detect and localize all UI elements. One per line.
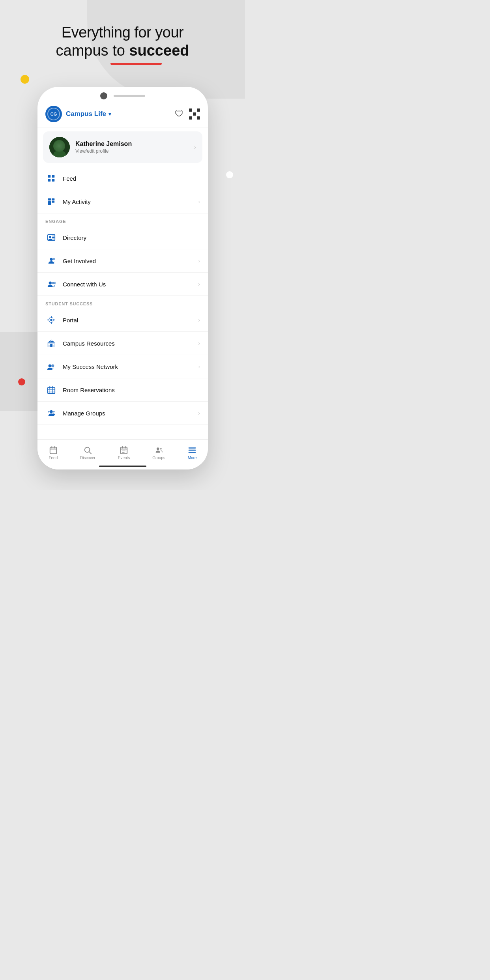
svg-point-20 [53,258,55,260]
profile-info: Katherine Jemison View/edit profile [75,140,194,154]
events-icon [120,446,128,454]
involved-label: Get Involved [63,258,198,264]
menu-content: Feed My Activity › ENGAGE [37,167,208,467]
menu-item-success-network[interactable]: My Success Network › [37,355,208,378]
menu-item-directory[interactable]: Directory [37,226,208,249]
nav-item-groups[interactable]: Groups [152,446,165,460]
profile-subtitle: View/edit profile [75,148,194,154]
nav-item-feed[interactable]: Feed [49,446,58,460]
shield-icon[interactable]: 🛡 [175,109,183,119]
resources-chevron-icon: › [198,340,200,346]
hero-section: Everything for your campus to succeed [0,24,245,65]
feed-icon [45,172,57,184]
svg-rect-32 [48,388,55,394]
hero-line1: Everything for your [0,24,245,42]
menu-item-room-reservations[interactable]: Room Reservations [37,378,208,402]
nav-events-label: Events [118,456,130,460]
portal-icon [45,314,57,326]
menu-item-campus-resources[interactable]: Campus Resources › [37,332,208,355]
qr-icon[interactable] [189,108,200,120]
nav-discover-label: Discover [80,456,95,460]
svg-point-22 [52,282,54,284]
avatar [49,137,70,157]
hero-line2-prefix: campus to [56,42,129,59]
calendar-icon [49,446,58,454]
svg-rect-11 [52,198,54,201]
involved-icon [45,255,57,267]
rooms-icon [45,384,57,396]
svg-point-23 [50,319,52,321]
menu-item-portal[interactable]: Portal › [37,309,208,332]
involved-chevron-icon: › [198,258,200,264]
svg-rect-28 [53,344,54,345]
chevron-down-icon: ▾ [108,111,111,117]
svg-point-31 [51,365,54,367]
phone-notch [37,87,208,103]
svg-rect-6 [48,175,50,178]
svg-point-4 [60,143,64,147]
svg-rect-27 [49,344,50,345]
nav-item-discover[interactable]: Discover [80,446,95,460]
svg-line-47 [90,452,92,454]
app-logo-initials: CG [50,112,57,116]
svg-rect-13 [52,201,54,203]
resources-icon [45,337,57,349]
section-header-engage: ENGAGE [37,213,208,226]
nav-item-more[interactable]: More [188,446,197,460]
decorative-dot-red [18,378,25,385]
svg-rect-48 [121,447,127,454]
svg-rect-26 [50,344,52,347]
rooms-label: Room Reservations [63,387,200,393]
network-label: My Success Network [63,363,198,370]
groups-icon [155,446,163,454]
svg-point-1 [56,141,64,149]
svg-rect-7 [52,175,54,178]
hero-line2-bold: succeed [129,42,189,59]
svg-point-19 [50,258,52,261]
home-indicator [99,466,146,467]
directory-icon [45,232,57,243]
portal-label: Portal [63,317,198,324]
app-logo-inner: CG [47,108,60,120]
network-icon [45,361,57,372]
menu-item-feed[interactable]: Feed [37,167,208,190]
phone-speaker [114,95,145,97]
phone-mockup: CG Campus Life ▾ 🛡 [37,87,208,469]
nav-item-events[interactable]: Events [118,446,130,460]
activity-chevron-icon: › [198,198,200,205]
svg-point-30 [49,365,51,367]
portal-chevron-icon: › [198,317,200,323]
menu-item-connect[interactable]: Connect with Us › [37,273,208,296]
svg-point-15 [49,236,52,238]
profile-card[interactable]: Katherine Jemison View/edit profile › [43,131,202,163]
app-name-row[interactable]: Campus Life ▾ [66,110,175,118]
directory-label: Directory [63,234,200,241]
menu-item-get-involved[interactable]: Get Involved › [37,249,208,273]
app-logo[interactable]: CG [45,106,62,122]
manage-groups-chevron-icon: › [198,410,200,416]
resources-label: Campus Resources [63,340,198,347]
red-underline-decoration [110,63,162,65]
svg-point-55 [160,448,162,450]
nav-feed-label: Feed [49,456,58,460]
activity-label: My Activity [63,198,198,205]
svg-point-21 [49,282,52,284]
connect-chevron-icon: › [198,281,200,287]
svg-point-37 [50,410,52,413]
search-icon [83,446,92,454]
decorative-dot-yellow [21,75,29,84]
network-chevron-icon: › [198,363,200,370]
svg-rect-12 [48,201,51,205]
menu-item-manage-groups[interactable]: Manage Groups › [37,402,208,425]
bottom-nav: Feed Discover Events [37,440,208,469]
svg-rect-9 [52,179,54,181]
hero-line2: campus to succeed [0,42,245,60]
svg-rect-42 [50,447,57,454]
svg-point-39 [53,411,55,413]
menu-item-my-activity[interactable]: My Activity › [37,190,208,213]
section-header-student-success: STUDENT SUCCESS [37,296,208,309]
decorative-dot-white [226,171,233,178]
svg-point-38 [48,411,50,413]
header-icons: 🛡 [175,108,200,120]
profile-name: Katherine Jemison [75,140,194,148]
